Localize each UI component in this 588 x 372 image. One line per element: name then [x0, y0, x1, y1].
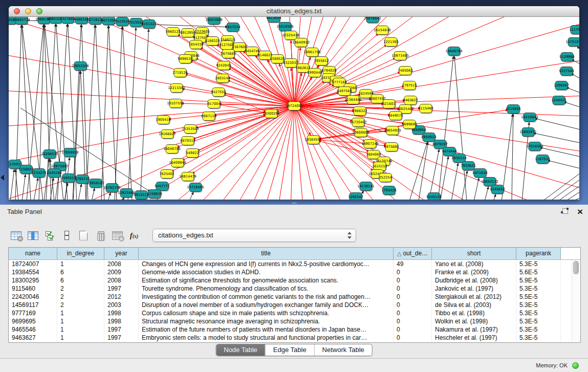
graph-node[interactable]: 18300295: [263, 110, 280, 118]
close-panel-icon[interactable]: ×: [577, 206, 583, 218]
graph-node[interactable]: 7625402: [159, 170, 174, 179]
table-row[interactable]: 946362711997Embryonic stem cells: a mode…: [9, 334, 580, 342]
graph-node[interactable]: 1244415: [551, 96, 566, 105]
graph-node[interactable]: 9242845: [216, 61, 231, 70]
graph-node[interactable]: 1615152: [372, 162, 387, 171]
column-header-short[interactable]: short: [432, 248, 516, 259]
graph-node[interactable]: 10688609: [352, 128, 369, 137]
graph-node[interactable]: 1234275: [31, 169, 46, 178]
graph-node[interactable]: 16914479: [179, 172, 197, 181]
graph-node[interactable]: 16046786: [163, 145, 181, 154]
table-row[interactable]: 977716911998Corpus callosum shape and si…: [9, 309, 580, 317]
minimize-button[interactable]: [25, 8, 31, 14]
graph-node[interactable]: 1595513: [61, 174, 76, 183]
graph-node[interactable]: 9115460: [418, 104, 433, 113]
graph-node[interactable]: 17016504: [526, 142, 543, 151]
graph-node[interactable]: 2675685: [221, 50, 235, 58]
graph-node[interactable]: 621601: [382, 100, 395, 108]
graph-node[interactable]: 1117535: [569, 26, 579, 34]
graph-node[interactable]: 16210643: [521, 113, 538, 122]
graph-node[interactable]: 19654923: [384, 126, 401, 135]
graph-node[interactable]: 15718485: [187, 183, 204, 192]
graph-node[interactable]: 20206535: [41, 150, 58, 159]
graph-node[interactable]: 1292347: [348, 193, 363, 200]
window-titlebar[interactable]: citations_edges.txt: [9, 6, 579, 17]
delete-column-icon[interactable]: [94, 228, 107, 243]
float-panel-icon[interactable]: [561, 208, 569, 215]
hide-panel-arrow-icon[interactable]: [1, 174, 4, 181]
graph-node[interactable]: 19384554: [304, 136, 322, 144]
graph-node[interactable]: 8813054: [266, 17, 281, 23]
graph-node[interactable]: 9463627: [403, 96, 418, 105]
table-row[interactable]: 2242004622012Investigating the contribut…: [9, 293, 580, 301]
network-graph[interactable]: 1135012495572420691406106532871327602646…: [9, 17, 579, 200]
column-header-name[interactable]: name: [9, 248, 57, 259]
graph-node[interactable]: 2803144: [215, 74, 230, 83]
graph-node[interactable]: 10973493: [391, 52, 409, 60]
table-mode-icon[interactable]: [9, 228, 23, 243]
column-header-title[interactable]: title: [139, 248, 394, 259]
graph-node[interactable]: 15892971: [519, 128, 537, 137]
select-columns-icon[interactable]: [43, 228, 56, 243]
table-row[interactable]: 1830029562008Estimation of significance …: [9, 276, 580, 285]
graph-node[interactable]: 2986322: [352, 107, 367, 116]
graph-node[interactable]: 8186325: [205, 37, 220, 46]
network-view-window[interactable]: citations_edges.txt 11350124955724206914…: [9, 6, 579, 200]
graph-node[interactable]: 20053346: [72, 62, 89, 71]
table-row[interactable]: 969969511998Structural magnetic resonanc…: [9, 317, 580, 325]
graph-node[interactable]: 8958923: [421, 133, 436, 142]
graph-node[interactable]: 15353503: [182, 125, 199, 134]
graph-node[interactable]: 24955724: [13, 17, 30, 25]
graph-node[interactable]: 9975692: [384, 143, 399, 151]
graph-node[interactable]: 7485063: [398, 67, 412, 75]
graph-node[interactable]: 8067110: [201, 112, 216, 121]
graph-node[interactable]: 17859928: [61, 148, 79, 157]
graph-node[interactable]: 8471026: [472, 169, 487, 178]
close-button[interactable]: [14, 8, 20, 14]
table-row[interactable]: 1872400712008Changes of HCN gene express…: [9, 260, 580, 268]
graph-node[interactable]: 1793426: [381, 186, 396, 195]
graph-node[interactable]: 21364486: [344, 96, 362, 104]
graph-node[interactable]: 16648784: [445, 47, 463, 56]
graph-node[interactable]: 9227343: [559, 67, 574, 76]
graph-node[interactable]: 1221393: [383, 38, 398, 47]
column-header-in_degree[interactable]: in_degree: [57, 248, 104, 259]
graph-node[interactable]: 12213383: [168, 84, 185, 93]
graph-node[interactable]: 2718126: [172, 69, 187, 77]
table-row[interactable]: 946554611997Estimation of the future num…: [9, 325, 580, 334]
table-row[interactable]: 1938455462009Genome-wide association stu…: [9, 268, 580, 276]
graph-node[interactable]: 9896534: [178, 55, 192, 63]
graph-node[interactable]: 1545194: [47, 169, 61, 178]
delete-table-icon[interactable]: x: [111, 228, 124, 243]
table-row[interactable]: 1456911722003Disruption of a novel membe…: [9, 301, 580, 309]
graph-node[interactable]: 1797515: [402, 81, 417, 90]
split-pane-handle[interactable]: [292, 202, 297, 204]
graph-node[interactable]: 1990448: [307, 69, 322, 77]
graph-node[interactable]: 9129966: [559, 53, 574, 61]
graph-node[interactable]: 15720407: [350, 118, 367, 127]
graph-node[interactable]: 1588520: [270, 55, 285, 63]
graph-node[interactable]: 2935114: [451, 154, 466, 163]
graph-node[interactable]: 4671358: [101, 17, 116, 25]
graph-node[interactable]: 15218506: [276, 23, 294, 31]
graph-node[interactable]: 16053809: [205, 17, 223, 25]
graph-node[interactable]: 15751074: [565, 38, 579, 47]
graph-node[interactable]: 6878314: [180, 137, 195, 145]
graph-node[interactable]: 12923468: [118, 189, 135, 198]
tab-edge-table[interactable]: Edge Table: [265, 344, 314, 356]
column-header-pagerank[interactable]: pagerank: [516, 248, 561, 259]
graph-node[interactable]: 16961758: [303, 48, 321, 57]
graph-node[interactable]: 16409948: [169, 159, 186, 167]
graph-hub-node[interactable]: 18724007: [286, 102, 303, 111]
graph-node[interactable]: 917004: [207, 100, 220, 108]
column-header-out_de[interactable]: △out_de…: [394, 248, 432, 259]
graph-node[interactable]: 9151321: [141, 20, 156, 29]
graph-node[interactable]: 19166827: [159, 130, 176, 139]
graph-node[interactable]: 18107553: [167, 99, 184, 108]
graph-node[interactable]: 9427552: [211, 88, 226, 97]
graph-node[interactable]: 7955812: [314, 57, 329, 65]
graph-node[interactable]: 10958107: [87, 179, 104, 188]
table-selector-dropdown[interactable]: citations_edges.txt: [153, 229, 356, 242]
table-row[interactable]: 911546021997Tourette syndrome. Phenomeno…: [9, 285, 580, 293]
graph-node[interactable]: 1156829: [147, 190, 162, 199]
